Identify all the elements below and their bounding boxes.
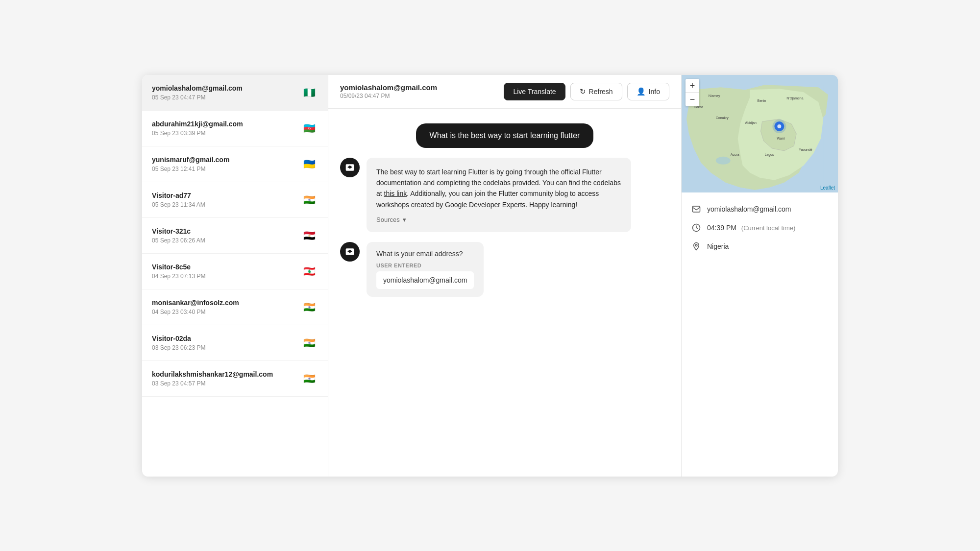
bot-message-row: The best way to start learning Flutter i… — [340, 158, 669, 233]
bot-message-text: The best way to start learning Flutter i… — [376, 167, 621, 211]
info-location-text: Nigeria — [707, 242, 729, 250]
sidebar-item-flag-5: 🇱🇧 — [300, 263, 318, 280]
sidebar-item-info-8: kodurilakshmishankar12@gmail.com 03 Sep … — [152, 370, 300, 387]
sidebar-item-flag-6: 🇮🇳 — [300, 298, 318, 316]
bot-message-content: The best way to start learning Flutter i… — [367, 158, 631, 233]
sidebar-item-flag-8: 🇮🇳 — [300, 370, 318, 387]
map-svg: Lagos Warri Accra Yaoundé Abidjan Conakr… — [682, 75, 838, 192]
sidebar-item-info-0: yomiolashalom@gmail.com 05 Sep 23 04:47 … — [152, 84, 300, 101]
sidebar-item-8[interactable]: kodurilakshmishankar12@gmail.com 03 Sep … — [142, 361, 328, 397]
live-translate-button[interactable]: Live Translate — [504, 83, 565, 100]
svg-text:Lagos: Lagos — [764, 152, 774, 156]
map-pin-group — [772, 120, 786, 133]
svg-text:Accra: Accra — [731, 152, 739, 156]
sidebar-item-email-8: kodurilakshmishankar12@gmail.com — [152, 370, 300, 378]
sidebar-item-date-0: 05 Sep 23 04:47 PM — [152, 94, 300, 101]
clock-icon — [691, 223, 701, 233]
svg-point-1 — [716, 156, 731, 164]
svg-text:Conakry: Conakry — [716, 116, 729, 120]
sidebar-item-flag-0: 🇳🇬 — [300, 84, 318, 101]
sidebar-item-flag-7: 🇮🇳 — [300, 334, 318, 352]
sidebar-item-flag-1: 🇦🇿 — [300, 120, 318, 137]
svg-text:Abidjan: Abidjan — [745, 121, 757, 125]
sidebar-item-email-1: abdurahim21kji@gmail.com — [152, 120, 300, 128]
svg-text:Warri: Warri — [777, 136, 785, 140]
this-link[interactable]: this link — [384, 190, 407, 197]
sidebar-item-2[interactable]: yunismaruf@gmail.com 05 Sep 23 12:41 PM … — [142, 146, 328, 182]
sidebar-item-email-4: Visitor-321c — [152, 227, 300, 235]
svg-text:Yaoundé: Yaoundé — [799, 147, 812, 151]
zoom-out-button[interactable]: − — [686, 93, 699, 106]
app-container: yomiolashalom@gmail.com 05 Sep 23 04:47 … — [142, 75, 838, 477]
map-controls: + − — [686, 79, 699, 106]
svg-text:Benin: Benin — [758, 99, 766, 102]
chat-header: yomiolashalom@gmail.com 05/09/23 04:47 P… — [328, 75, 681, 109]
sidebar-item-date-3: 05 Sep 23 11:34 AM — [152, 201, 300, 208]
info-time-row: 04:39 PM (Current local time) — [691, 223, 828, 233]
sidebar-item-info-4: Visitor-321c 05 Sep 23 06:26 AM — [152, 227, 300, 244]
sidebar-item-email-2: yunismaruf@gmail.com — [152, 156, 300, 164]
bot-icon — [345, 163, 355, 172]
sources-toggle[interactable]: Sources ▾ — [376, 216, 621, 223]
info-icon: 👤 — [637, 87, 646, 96]
user-entered-label: USER ENTERED — [376, 263, 474, 268]
main-area: yomiolashalom@gmail.com 05/09/23 04:47 P… — [328, 75, 681, 477]
sidebar-item-flag-4: 🇪🇬 — [300, 227, 318, 244]
sidebar-item-flag-3: 🇮🇳 — [300, 191, 318, 209]
sources-label: Sources — [376, 216, 400, 223]
sidebar-item-email-7: Visitor-02da — [152, 335, 300, 342]
bot-icon-2 — [345, 247, 355, 257]
sidebar-item-info-3: Visitor-ad77 05 Sep 23 11:34 AM — [152, 192, 300, 208]
header-email: yomiolashalom@gmail.com — [340, 83, 437, 92]
sidebar-item-date-1: 05 Sep 23 03:39 PM — [152, 130, 300, 137]
sidebar-item-info-7: Visitor-02da 03 Sep 23 06:23 PM — [152, 335, 300, 351]
location-icon — [691, 241, 701, 251]
info-button[interactable]: 👤 Info — [627, 83, 669, 100]
refresh-icon: ↻ — [580, 87, 586, 96]
sidebar-item-6[interactable]: monisankar@infosolz.com 04 Sep 23 03:40 … — [142, 289, 328, 325]
sidebar-item-email-3: Visitor-ad77 — [152, 192, 300, 199]
email-icon — [691, 204, 701, 214]
email-prompt-row: What is your email address? USER ENTERED… — [340, 242, 669, 297]
user-message: What is the best way to start learning f… — [416, 123, 594, 148]
sidebar-item-0[interactable]: yomiolashalom@gmail.com 05 Sep 23 04:47 … — [142, 75, 328, 111]
sidebar-item-date-2: 05 Sep 23 12:41 PM — [152, 166, 300, 172]
sidebar-item-7[interactable]: Visitor-02da 03 Sep 23 06:23 PM 🇮🇳 — [142, 325, 328, 361]
sidebar-item-date-8: 03 Sep 23 04:57 PM — [152, 380, 300, 387]
sidebar-item-email-5: Visitor-8c5e — [152, 263, 300, 271]
sidebar-item-info-6: monisankar@infosolz.com 04 Sep 23 03:40 … — [152, 299, 300, 315]
bot-avatar-2 — [340, 242, 360, 262]
info-panel: yomiolashalom@gmail.com 04:39 PM (Curren… — [682, 192, 838, 263]
info-email-text: yomiolashalom@gmail.com — [707, 205, 791, 213]
sidebar-item-flag-2: 🇺🇦 — [300, 155, 318, 173]
info-location-row: Nigeria — [691, 241, 828, 251]
map-container: Lagos Warri Accra Yaoundé Abidjan Conakr… — [682, 75, 838, 192]
sidebar-item-info-2: yunismaruf@gmail.com 05 Sep 23 12:41 PM — [152, 156, 300, 172]
sidebar: yomiolashalom@gmail.com 05 Sep 23 04:47 … — [142, 75, 328, 477]
refresh-button[interactable]: ↻ Refresh — [570, 83, 622, 100]
sidebar-item-date-7: 03 Sep 23 06:23 PM — [152, 344, 300, 351]
bot-avatar — [340, 158, 360, 177]
sidebar-item-5[interactable]: Visitor-8c5e 04 Sep 23 07:13 PM 🇱🇧 — [142, 254, 328, 289]
leaflet-link[interactable]: Leaflet — [820, 185, 835, 191]
svg-rect-15 — [693, 206, 700, 212]
sidebar-item-1[interactable]: abdurahim21kji@gmail.com 05 Sep 23 03:39… — [142, 111, 328, 146]
chat-messages: What is the best way to start learning f… — [328, 109, 681, 477]
sidebar-item-3[interactable]: Visitor-ad77 05 Sep 23 11:34 AM 🇮🇳 — [142, 182, 328, 218]
local-time-note: (Current local time) — [741, 224, 796, 232]
map-bg: Lagos Warri Accra Yaoundé Abidjan Conakr… — [682, 75, 838, 192]
header-date: 05/09/23 04:47 PM — [340, 93, 437, 99]
svg-point-4 — [772, 120, 786, 133]
sidebar-item-email-0: yomiolashalom@gmail.com — [152, 84, 300, 92]
svg-text:Niamey: Niamey — [709, 94, 720, 98]
refresh-label: Refresh — [589, 88, 613, 96]
svg-text:N'Djamena: N'Djamena — [786, 96, 803, 100]
leaflet-attribution: Leaflet — [820, 185, 835, 191]
prompt-question: What is your email address? — [376, 250, 474, 258]
sidebar-item-4[interactable]: Visitor-321c 05 Sep 23 06:26 AM 🇪🇬 — [142, 218, 328, 254]
info-time-text: 04:39 PM (Current local time) — [707, 224, 795, 232]
sources-chevron-icon: ▾ — [403, 216, 406, 223]
info-label: Info — [649, 88, 660, 96]
sidebar-item-info-1: abdurahim21kji@gmail.com 05 Sep 23 03:39… — [152, 120, 300, 137]
zoom-in-button[interactable]: + — [686, 79, 699, 93]
